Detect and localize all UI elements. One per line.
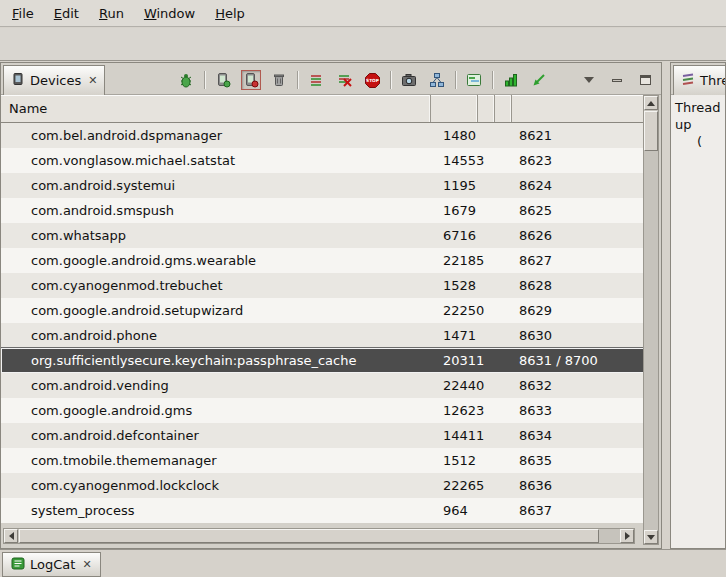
- process-name-cell: com.whatsapp: [1, 228, 431, 243]
- menubar: File Edit Run Window Help: [0, 0, 726, 27]
- port-cell: 8629: [512, 303, 645, 318]
- port-cell: 8623: [512, 153, 645, 168]
- column-header-pid[interactable]: [431, 95, 478, 122]
- screen-capture-icon[interactable]: [399, 70, 419, 90]
- pid-cell: 12623: [431, 403, 478, 418]
- tab-threads[interactable]: Threa: [673, 65, 726, 95]
- horizontal-scrollbar-thumb[interactable]: [19, 529, 599, 543]
- pid-cell: 1679: [431, 203, 478, 218]
- pid-cell: 1512: [431, 453, 478, 468]
- scroll-down-button[interactable]: [644, 530, 658, 544]
- menu-file[interactable]: File: [2, 2, 44, 25]
- tab-devices[interactable]: Devices ✕: [3, 65, 105, 95]
- device-row[interactable]: com.android.systemui 1195 8624: [1, 173, 645, 198]
- pid-cell: 1480: [431, 128, 478, 143]
- port-cell: 8631 / 8700: [512, 353, 645, 368]
- opengl-trace-icon[interactable]: [529, 70, 549, 90]
- menu-help[interactable]: Help: [205, 2, 255, 25]
- toolbar-separator: [390, 71, 391, 89]
- column-header-port[interactable]: [512, 95, 645, 122]
- maximize-icon[interactable]: [635, 70, 655, 90]
- port-cell: 8627: [512, 253, 645, 268]
- toolbar-separator: [204, 71, 205, 89]
- process-name-cell: system_process: [1, 503, 431, 518]
- device-row[interactable]: com.whatsapp 6716 8626: [1, 223, 645, 248]
- device-table-body: com.bel.android.dspmanager 1480 8621 com…: [1, 123, 645, 523]
- scroll-right-button[interactable]: [620, 529, 634, 543]
- stop-process-icon[interactable]: STOP: [362, 70, 382, 90]
- pid-cell: 6716: [431, 228, 478, 243]
- device-row[interactable]: com.cyanogenmod.trebuchet 1528 8628: [1, 273, 645, 298]
- pid-cell: 1195: [431, 178, 478, 193]
- vertical-scrollbar[interactable]: [643, 95, 659, 545]
- process-name-cell: com.cyanogenmod.trebuchet: [1, 278, 431, 293]
- tab-devices-label: Devices: [30, 73, 81, 88]
- cause-gc-icon[interactable]: [269, 70, 289, 90]
- debug-process-icon[interactable]: [176, 70, 196, 90]
- vertical-scrollbar-thumb[interactable]: [644, 111, 658, 151]
- device-row[interactable]: com.google.android.gms.wearable 22185 86…: [1, 248, 645, 273]
- menu-window[interactable]: Window: [134, 2, 205, 25]
- scroll-up-button[interactable]: [644, 96, 658, 110]
- threads-icon: [681, 72, 695, 89]
- systrace-icon[interactable]: [464, 70, 484, 90]
- tab-threads-label: Threa: [700, 73, 726, 88]
- device-row[interactable]: system_process 964 8637: [1, 498, 645, 523]
- close-icon[interactable]: ✕: [80, 558, 91, 571]
- port-cell: 8630: [512, 328, 645, 343]
- arrow-down-icon: [647, 535, 655, 540]
- process-name-cell: com.android.phone: [1, 328, 431, 343]
- svg-text:STOP: STOP: [366, 78, 379, 83]
- device-row[interactable]: com.bel.android.dspmanager 1480 8621: [1, 123, 645, 148]
- pid-cell: 22250: [431, 303, 478, 318]
- device-row[interactable]: com.tmobile.thememanager 1512 8635: [1, 448, 645, 473]
- arrow-up-icon: [647, 101, 655, 106]
- device-row[interactable]: com.vonglasow.michael.satstat 14553 8623: [1, 148, 645, 173]
- process-name-cell: com.google.android.gms: [1, 403, 431, 418]
- main-toolbar: [0, 28, 726, 61]
- device-row[interactable]: org.sufficientlysecure.keychain:passphra…: [1, 348, 645, 373]
- logcat-icon: [11, 557, 25, 573]
- process-name-cell: com.android.vending: [1, 378, 431, 393]
- device-row[interactable]: com.android.phone 1471 8630: [1, 323, 645, 348]
- device-row[interactable]: com.android.smspush 1679 8625: [1, 198, 645, 223]
- network-stats-icon[interactable]: [501, 70, 521, 90]
- device-row[interactable]: com.android.defcontainer 14411 8634: [1, 423, 645, 448]
- device-icon: [11, 72, 25, 89]
- close-icon[interactable]: ✕: [86, 74, 97, 87]
- pid-cell: 14411: [431, 428, 478, 443]
- process-name-cell: com.tmobile.thememanager: [1, 453, 431, 468]
- pid-cell: 14553: [431, 153, 478, 168]
- hierarchy-viewer-icon[interactable]: [427, 70, 447, 90]
- device-row[interactable]: com.android.vending 22440 8632: [1, 373, 645, 398]
- device-row[interactable]: com.google.android.setupwizard 22250 862…: [1, 298, 645, 323]
- port-cell: 8634: [512, 428, 645, 443]
- device-row[interactable]: com.cyanogenmod.lockclock 22265 8636: [1, 473, 645, 498]
- start-method-profiling-icon[interactable]: [334, 70, 354, 90]
- column-header-spacer1[interactable]: [478, 95, 495, 122]
- dump-hprof-icon[interactable]: [241, 70, 261, 90]
- update-heap-icon[interactable]: [213, 70, 233, 90]
- view-menu-icon[interactable]: [579, 70, 599, 90]
- port-cell: 8637: [512, 503, 645, 518]
- port-cell: 8625: [512, 203, 645, 218]
- minimize-icon[interactable]: [607, 70, 627, 90]
- threads-message-line1: Thread up: [675, 99, 725, 133]
- device-row[interactable]: com.google.android.gms 12623 8633: [1, 398, 645, 423]
- port-cell: 8633: [512, 403, 645, 418]
- port-cell: 8621: [512, 128, 645, 143]
- panel-sash[interactable]: [662, 62, 670, 549]
- arrow-right-icon: [625, 532, 630, 540]
- arrow-left-icon: [9, 532, 14, 540]
- column-header-name[interactable]: Name: [1, 95, 431, 122]
- port-cell: 8628: [512, 278, 645, 293]
- tab-logcat[interactable]: LogCat ✕: [2, 552, 101, 577]
- column-header-spacer2[interactable]: [495, 95, 512, 122]
- update-threads-icon[interactable]: [306, 70, 326, 90]
- menu-edit[interactable]: Edit: [44, 2, 89, 25]
- menu-run[interactable]: Run: [89, 2, 134, 25]
- horizontal-scrollbar[interactable]: [3, 528, 635, 544]
- scroll-left-button[interactable]: [4, 529, 18, 543]
- pid-cell: 22265: [431, 478, 478, 493]
- process-name-cell: com.android.defcontainer: [1, 428, 431, 443]
